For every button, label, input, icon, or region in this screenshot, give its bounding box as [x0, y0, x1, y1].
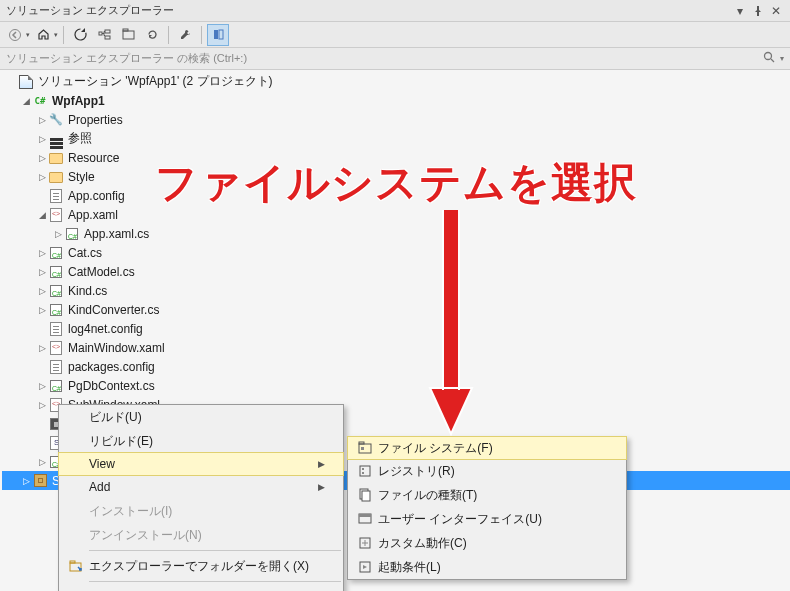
svg-rect-2 — [105, 30, 110, 33]
submenu-arrow-icon: ▶ — [318, 459, 325, 469]
svg-rect-7 — [219, 30, 223, 39]
submenu-arrow-icon: ▶ — [318, 482, 325, 492]
solution-node[interactable]: ソリューション 'WpfApp1' (2 プロジェクト) — [2, 72, 790, 91]
menu-customactions[interactable]: カスタム動作(C) — [348, 531, 626, 555]
svg-rect-16 — [360, 466, 370, 476]
cs-icon — [48, 283, 64, 299]
toolbar: ▾ ▾ — [0, 22, 790, 48]
tree-item[interactable]: packages.config — [2, 357, 790, 376]
svg-point-0 — [10, 29, 21, 40]
xaml-icon — [48, 340, 64, 356]
svg-rect-4 — [123, 31, 134, 39]
folder-icon — [48, 169, 64, 185]
tree-item[interactable]: ▷CatModel.cs — [2, 262, 790, 281]
tree-item[interactable]: ▷KindConverter.cs — [2, 300, 790, 319]
tree-item[interactable]: ▷MainWindow.xaml — [2, 338, 790, 357]
svg-rect-10 — [70, 561, 75, 563]
config-icon — [48, 321, 64, 337]
search-box[interactable]: ソリューション エクスプローラー の検索 (Ctrl+:) ▾ — [0, 48, 790, 70]
tree-item[interactable]: ▷PgDbContext.cs — [2, 376, 790, 395]
setup-icon — [32, 473, 48, 489]
tree-item[interactable]: ▷App.xaml.cs — [2, 224, 790, 243]
tree-item[interactable]: ◢App.xaml — [2, 205, 790, 224]
close-icon[interactable]: ✕ — [768, 3, 784, 19]
expander-icon[interactable]: ▷ — [36, 153, 48, 163]
search-placeholder: ソリューション エクスプローラー の検索 (Ctrl+:) — [6, 51, 763, 66]
expander-icon[interactable]: ◢ — [36, 210, 48, 220]
custom-icon — [352, 532, 378, 554]
expander-icon[interactable]: ▷ — [36, 248, 48, 258]
search-icon[interactable] — [763, 51, 776, 67]
svg-rect-6 — [214, 30, 218, 39]
expander-icon[interactable]: ▷ — [52, 229, 64, 239]
home-dropdown-icon[interactable]: ▾ — [54, 31, 58, 39]
tree-item[interactable]: ▷Resource — [2, 148, 790, 167]
csproj-icon: C# — [32, 93, 48, 109]
tree-item[interactable]: ▷Cat.cs — [2, 243, 790, 262]
menu-userinterface[interactable]: ユーザー インターフェイス(U) — [348, 507, 626, 531]
menu-add-source-control[interactable]: ソリューションをソース管理に追加(D)... — [59, 585, 343, 591]
project-node-wpfapp1[interactable]: ◢C#WpfApp1 — [2, 91, 790, 110]
svg-rect-13 — [359, 444, 371, 453]
menu-view[interactable]: View▶ — [58, 452, 344, 476]
pin-icon[interactable] — [750, 3, 766, 19]
menu-rebuild[interactable]: リビルド(E) — [59, 429, 343, 453]
expander-icon[interactable]: ▷ — [36, 381, 48, 391]
dropdown-icon[interactable]: ▾ — [732, 3, 748, 19]
panel-header: ソリューション エクスプローラー ▾ ✕ — [0, 0, 790, 22]
filesystem-icon — [352, 437, 378, 459]
expander-icon[interactable]: ▷ — [20, 476, 32, 486]
ui-icon — [352, 508, 378, 530]
menu-install: インストール(I) — [59, 499, 343, 523]
menu-open-folder[interactable]: エクスプローラーでフォルダーを開く(X) — [59, 554, 343, 578]
tree-item[interactable]: ▷🔧Properties — [2, 110, 790, 129]
context-submenu-view: ファイル システム(F) レジストリ(R) ファイルの種類(T) ユーザー イン… — [347, 436, 627, 580]
svg-point-8 — [765, 52, 772, 59]
home-icon[interactable] — [32, 24, 54, 46]
tree-item[interactable]: App.config — [2, 186, 790, 205]
expander-icon[interactable]: ▷ — [36, 134, 48, 144]
back-icon[interactable] — [4, 24, 26, 46]
refresh-icon[interactable] — [141, 24, 163, 46]
menu-separator — [89, 550, 341, 551]
tree-item[interactable]: ▷Kind.cs — [2, 281, 790, 300]
cs-icon — [48, 264, 64, 280]
toolbar-separator — [168, 26, 169, 44]
back-dropdown-icon[interactable]: ▾ — [26, 31, 30, 39]
menu-add[interactable]: Add▶ — [59, 475, 343, 499]
open-folder-icon — [63, 555, 89, 577]
tree-item[interactable]: log4net.config — [2, 319, 790, 338]
view-mode-icon[interactable] — [207, 24, 229, 46]
sync-icon[interactable] — [69, 24, 91, 46]
show-all-icon[interactable] — [117, 24, 139, 46]
expander-icon[interactable]: ▷ — [36, 457, 48, 467]
menu-launchconditions[interactable]: 起動条件(L) — [348, 555, 626, 579]
source-control-icon — [63, 586, 89, 591]
expander-icon[interactable]: ▷ — [36, 286, 48, 296]
xaml-icon — [48, 207, 64, 223]
svg-rect-17 — [362, 468, 364, 470]
svg-rect-1 — [99, 32, 102, 35]
svg-rect-20 — [362, 491, 370, 501]
menu-build[interactable]: ビルド(U) — [59, 405, 343, 429]
references-icon — [48, 131, 64, 147]
properties-icon[interactable] — [174, 24, 196, 46]
cs-icon — [48, 245, 64, 261]
svg-rect-15 — [361, 447, 364, 450]
menu-filetypes[interactable]: ファイルの種類(T) — [348, 483, 626, 507]
menu-uninstall: アンインストール(N) — [59, 523, 343, 547]
tree-item[interactable]: ▷参照 — [2, 129, 790, 148]
search-dropdown-icon[interactable]: ▾ — [780, 54, 784, 63]
expander-icon[interactable]: ▷ — [36, 172, 48, 182]
tree-item[interactable]: ▷Style — [2, 167, 790, 186]
expander-icon[interactable]: ▷ — [36, 343, 48, 353]
expander-icon[interactable]: ▷ — [36, 400, 48, 410]
config-icon — [48, 188, 64, 204]
expander-icon[interactable]: ▷ — [36, 115, 48, 125]
expander-icon[interactable]: ▷ — [36, 267, 48, 277]
expander-icon[interactable]: ▷ — [36, 305, 48, 315]
menu-filesystem[interactable]: ファイル システム(F) — [347, 436, 627, 460]
expander-icon[interactable]: ◢ — [20, 96, 32, 106]
menu-registry[interactable]: レジストリ(R) — [348, 459, 626, 483]
collapse-icon[interactable] — [93, 24, 115, 46]
